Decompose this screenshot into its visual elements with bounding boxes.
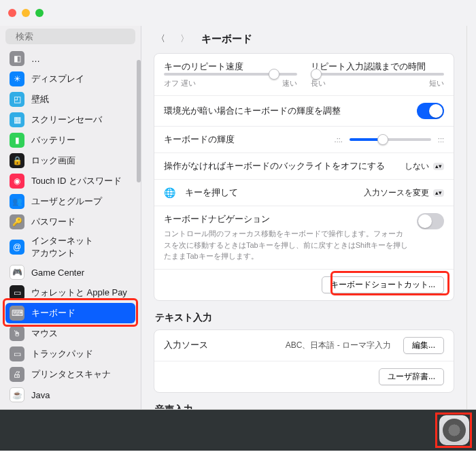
sidebar-item-wallpaper[interactable]: ◰壁紙 xyxy=(5,89,135,110)
sidebar-item-trackpad[interactable]: ▭トラックパッド xyxy=(5,344,135,364)
delay-slider[interactable] xyxy=(311,73,444,76)
search-field[interactable] xyxy=(5,29,135,44)
delay-column: リピート入力認識までの時間 長い短い xyxy=(311,61,444,88)
sidebar-item-keyboard[interactable]: ⌨キーボード xyxy=(5,303,135,323)
sidebar-item-label: Java xyxy=(31,390,50,400)
sidebar-item-passwords[interactable]: 🔑パスワード xyxy=(5,212,135,232)
sidebar-scrollbar[interactable] xyxy=(137,60,141,182)
generic-icon: ◧ xyxy=(10,51,24,66)
text-input-panel: 入力ソース ABC、日本語 - ローマ字入力 編集... ユーザ辞書... xyxy=(154,329,454,393)
sidebar-item-label: ユーザとグループ xyxy=(31,195,102,208)
close-icon[interactable] xyxy=(8,9,16,17)
keyboard-nav-desc: コントロール間のフォーカス移動をキーボードで操作します。フォーカスを次に移動する… xyxy=(164,228,410,262)
svg-point-0 xyxy=(11,36,12,37)
globe-key-popup[interactable]: 入力ソースを変更▴▾ xyxy=(364,187,444,199)
sidebar-item-label: ディスプレイ xyxy=(31,73,84,85)
sidebar-item-printers[interactable]: 🖨プリンタとスキャナ xyxy=(5,364,135,385)
sidebar-item-label: 壁紙 xyxy=(31,93,49,106)
users-icon: 👥 xyxy=(10,194,24,209)
trackpad-icon: ▭ xyxy=(10,346,24,361)
sidebar-item-label: トラックパッド xyxy=(31,348,93,360)
battery-icon: ▮ xyxy=(10,133,24,148)
main-pane: 〈 〉 キーボード キーのリピート速度 オフ 遅い速い xyxy=(141,26,466,409)
sidebar-item-gamecenter[interactable]: 🎮Game Center xyxy=(5,262,135,282)
sidebar-item-touchid[interactable]: ◉Touch ID とパスワード xyxy=(5,171,135,191)
sidebar-item-label: パスワード xyxy=(31,216,75,228)
keyboard-brightness-label: キーボードの輝度 xyxy=(164,133,328,146)
sidebar-item-battery[interactable]: ▮バッテリー xyxy=(5,130,135,150)
page-title: キーボード xyxy=(201,33,252,46)
gear-icon xyxy=(443,419,466,442)
sidebar-item-display[interactable]: ☀ディスプレイ xyxy=(5,69,135,89)
at-icon: @ xyxy=(10,240,24,255)
printer-icon: 🖨 xyxy=(10,367,24,382)
dock-area xyxy=(0,410,476,451)
sidebar-item-label: ウォレットと Apple Pay xyxy=(31,287,127,299)
input-source-label: 入力ソース xyxy=(164,339,279,351)
globe-icon: 🌐 xyxy=(164,187,175,198)
sidebar-item-label: スクリーンセーバ xyxy=(31,114,102,126)
sidebar-item-java[interactable]: ☕Java xyxy=(5,385,135,405)
input-source-value: ABC、日本語 - ローマ字入力 xyxy=(286,340,391,351)
nav-forward-button[interactable]: 〉 xyxy=(177,31,192,46)
sidebar-item-label: プリンタとスキャナ xyxy=(31,368,111,381)
sidebar-item-wallet[interactable]: ▭ウォレットと Apple Pay xyxy=(5,282,135,303)
sidebar-item-mouse[interactable]: 🖱マウス xyxy=(5,323,135,344)
ambient-light-label: 環境光が暗い場合にキーボードの輝度を調整 xyxy=(164,105,410,117)
backlight-off-label: 操作がなければキーボードのバックライトをオフにする xyxy=(164,160,398,172)
main-header: 〈 〉 キーボード xyxy=(141,26,466,53)
key-repeat-column: キーのリピート速度 オフ 遅い速い xyxy=(164,61,297,88)
display-icon: ☀ xyxy=(10,71,24,86)
sidebar-item-label: ロック画面 xyxy=(31,155,75,167)
key-repeat-slider[interactable] xyxy=(164,73,297,76)
repeat-panel: キーのリピート速度 オフ 遅い速い リピート入力認識までの時間 長い短い xyxy=(154,53,454,301)
sidebar-item-label: マウス xyxy=(31,327,58,340)
sidebar-item-label: キーボード xyxy=(31,307,75,319)
ambient-light-toggle[interactable] xyxy=(417,103,444,119)
sidebar-item-internet-accounts[interactable]: @インターネット アカウント xyxy=(5,232,135,262)
slider-max-label: 短い xyxy=(429,78,444,88)
sidebar-item-label: Touch ID とパスワード xyxy=(31,175,122,187)
nav-back-button[interactable]: 〈 xyxy=(154,31,168,46)
minimize-icon[interactable] xyxy=(22,9,30,17)
window-controls xyxy=(8,9,44,17)
main-scroll[interactable]: キーのリピート速度 オフ 遅い速い リピート入力認識までの時間 長い短い xyxy=(141,53,466,409)
slider-max-label: 速い xyxy=(282,78,297,88)
screensaver-icon: ▦ xyxy=(10,112,24,127)
sidebar-item-users[interactable]: 👥ユーザとグループ xyxy=(5,191,135,212)
keyboard-icon: ⌨ xyxy=(10,306,24,321)
globe-key-label: キーを押して xyxy=(185,187,357,199)
sidebar: ◧… ☀ディスプレイ ◰壁紙 ▦スクリーンセーバ ▮バッテリー 🔒ロック画面 ◉… xyxy=(0,26,141,409)
sidebar-item-label: … xyxy=(31,54,40,64)
edit-input-source-button[interactable]: 編集... xyxy=(403,337,444,354)
keyboard-nav-toggle[interactable] xyxy=(417,213,444,229)
chevron-updown-icon: ▴▾ xyxy=(433,189,444,197)
user-dictionary-button[interactable]: ユーザ辞書... xyxy=(379,368,444,385)
search-icon xyxy=(11,32,12,41)
sidebar-item-truncated[interactable]: ◧… xyxy=(5,48,135,69)
sidebar-item-label: バッテリー xyxy=(31,134,75,146)
fingerprint-icon: ◉ xyxy=(10,174,24,189)
chevron-updown-icon: ▴▾ xyxy=(433,163,444,170)
mouse-icon: 🖱 xyxy=(10,326,24,341)
wallet-icon: ▭ xyxy=(10,285,24,300)
lock-icon: 🔒 xyxy=(10,153,24,168)
java-icon: ☕ xyxy=(10,387,24,402)
keyboard-shortcuts-button[interactable]: キーボードショートカット... xyxy=(322,276,444,293)
search-input[interactable] xyxy=(16,31,130,42)
sidebar-item-label: Game Center xyxy=(31,268,84,278)
maximize-icon[interactable] xyxy=(35,9,44,17)
sidebar-item-lockscreen[interactable]: 🔒ロック画面 xyxy=(5,150,135,171)
titlebar xyxy=(0,0,476,26)
slider-min-label: 長い xyxy=(311,78,326,88)
keyboard-brightness-slider[interactable] xyxy=(350,138,431,141)
system-settings-window: ◧… ☀ディスプレイ ◰壁紙 ▦スクリーンセーバ ▮バッテリー 🔒ロック画面 ◉… xyxy=(0,0,476,410)
voice-input-section-title: 音声入力 xyxy=(155,404,453,410)
gamecenter-icon: 🎮 xyxy=(10,265,24,280)
key-icon: 🔑 xyxy=(10,214,24,229)
wallpaper-icon: ◰ xyxy=(10,92,24,107)
main-scrollbar-track[interactable] xyxy=(466,26,476,409)
sidebar-item-screensaver[interactable]: ▦スクリーンセーバ xyxy=(5,110,135,130)
backlight-off-popup[interactable]: しない▴▾ xyxy=(405,161,444,172)
system-settings-dock-icon[interactable] xyxy=(439,415,469,445)
